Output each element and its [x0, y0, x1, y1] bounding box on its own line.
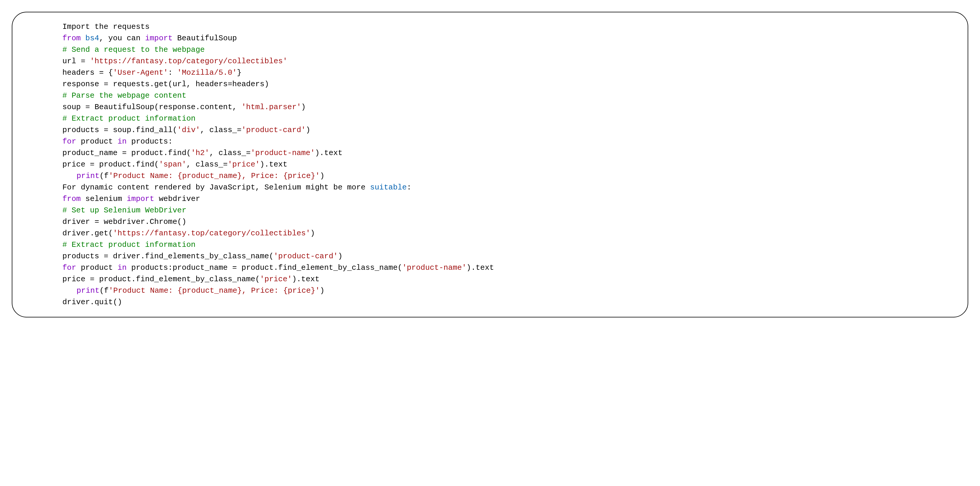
comment: # Parse the webpage content: [62, 91, 186, 100]
code-text: price = product.find_element_by_class_na…: [62, 275, 260, 284]
code-text: (f: [99, 286, 108, 295]
code-text: driver.get(: [62, 229, 113, 238]
code-text: suitable: [370, 183, 407, 192]
code-line: price = product.find('span', class_='pri…: [62, 159, 953, 170]
code-text: product: [76, 263, 118, 272]
string-literal: 'https://fantasy.top/category/collectibl…: [113, 229, 310, 238]
comment: # Send a request to the webpage: [62, 45, 205, 54]
string-literal: 'product-name': [251, 149, 315, 157]
code-text: , class_=: [209, 149, 250, 157]
keyword-for: for: [62, 263, 76, 272]
keyword-in: in: [118, 137, 127, 146]
code-text: ).text: [292, 275, 320, 284]
code-text: ): [306, 125, 310, 135]
code-text: ).text: [315, 149, 342, 157]
code-text: ): [320, 172, 325, 180]
code-text: products:: [127, 137, 172, 146]
string-literal: 'html.parser': [242, 103, 301, 111]
code-text: Import the requests: [62, 22, 150, 31]
string-literal: 'div': [177, 125, 200, 135]
code-line: print(f'Product Name: {product_name}, Pr…: [62, 285, 953, 297]
string-literal: 'price': [228, 160, 260, 169]
code-line: products = driver.find_elements_by_class…: [62, 251, 953, 262]
string-literal: 'span': [159, 160, 186, 169]
keyword-import: import: [145, 34, 173, 43]
code-text: :: [168, 68, 177, 77]
string-literal: 'product-card': [274, 252, 338, 260]
code-text: headers = {: [62, 68, 113, 77]
code-text: ): [320, 286, 325, 295]
string-literal: 'Mozilla/5.0': [177, 68, 237, 77]
comment: # Extract product information: [62, 240, 196, 249]
code-text: ): [338, 252, 342, 260]
code-text: price = product.find(: [62, 160, 159, 169]
code-line: price = product.find_element_by_class_na…: [62, 273, 953, 285]
code-text: webdriver: [154, 194, 200, 203]
code-text: product_name = product.find(: [62, 149, 191, 157]
code-line: driver.get('https://fantasy.top/category…: [62, 228, 953, 239]
string-literal: 'h2': [191, 149, 209, 157]
string-literal: 'price': [260, 275, 292, 284]
function-print: print: [76, 286, 99, 295]
code-text: (f: [99, 172, 108, 180]
code-line: for product in products:product_name = p…: [62, 262, 953, 273]
code-text: response = requests.get(url, headers=hea…: [62, 80, 269, 89]
code-text: driver.quit(): [62, 298, 122, 307]
keyword-for: for: [62, 137, 76, 146]
code-line: from selenium import webdriver: [62, 193, 953, 205]
string-literal: 'product-card': [242, 125, 306, 135]
code-line: headers = {'User-Agent': 'Mozilla/5.0'}: [62, 67, 953, 79]
code-line: # Send a request to the webpage: [62, 44, 953, 56]
comment: # Extract product information: [62, 114, 196, 123]
code-text: soup = BeautifulSoup(response.content,: [62, 103, 242, 111]
code-text: , you can: [99, 34, 145, 43]
code-line: # Set up Selenium WebDriver: [62, 205, 953, 216]
code-line: soup = BeautifulSoup(response.content, '…: [62, 102, 953, 113]
code-line: from bs4, you can import BeautifulSoup: [62, 33, 953, 44]
code-line: Import the requests: [62, 21, 953, 33]
code-block: Import the requests from bs4, you can im…: [12, 12, 968, 318]
code-text: BeautifulSoup: [173, 34, 237, 43]
keyword-import: import: [127, 194, 154, 203]
code-text: , class_=: [200, 125, 241, 135]
code-text: selenium: [81, 194, 127, 203]
code-text: ).text: [260, 160, 288, 169]
code-text: products:product_name = product.find_ele…: [127, 263, 402, 272]
code-line: driver.quit(): [62, 297, 953, 308]
string-literal: 'Product Name: {product_name}, Price: {p…: [108, 172, 320, 180]
code-text: product: [76, 137, 118, 146]
code-line: For dynamic content rendered by JavaScri…: [62, 182, 953, 193]
code-text: , class_=: [186, 160, 228, 169]
code-text: ): [301, 103, 306, 111]
code-text: :: [407, 183, 411, 192]
code-line: # Parse the webpage content: [62, 90, 953, 102]
code-line: response = requests.get(url, headers=hea…: [62, 79, 953, 90]
code-text: For dynamic content rendered by JavaScri…: [62, 183, 370, 192]
keyword-in: in: [118, 263, 127, 272]
string-literal: 'https://fantasy.top/category/collectibl…: [90, 57, 288, 66]
string-literal: 'Product Name: {product_name}, Price: {p…: [108, 286, 320, 295]
code-line: for product in products:: [62, 136, 953, 148]
code-line: products = soup.find_all('div', class_='…: [62, 124, 953, 136]
code-text: ).text: [466, 263, 494, 272]
code-text: products = soup.find_all(: [62, 125, 177, 135]
code-line: # Extract product information: [62, 113, 953, 124]
code-line: # Extract product information: [62, 239, 953, 251]
function-print: print: [76, 172, 99, 180]
code-text: }: [237, 68, 242, 77]
code-line: print(f'Product Name: {product_name}, Pr…: [62, 170, 953, 182]
code-line: driver = webdriver.Chrome(): [62, 216, 953, 228]
code-line: product_name = product.find('h2', class_…: [62, 148, 953, 159]
keyword-from: from: [62, 34, 81, 43]
keyword-from: from: [62, 194, 81, 203]
code-text: products = driver.find_elements_by_class…: [62, 252, 274, 260]
string-literal: 'User-Agent': [113, 68, 168, 77]
comment: # Set up Selenium WebDriver: [62, 206, 186, 215]
string-literal: 'product-name': [402, 263, 466, 272]
code-text: url =: [62, 57, 90, 66]
code-text: ): [310, 229, 315, 238]
module-bs4: bs4: [81, 34, 99, 43]
code-line: url = 'https://fantasy.top/category/coll…: [62, 56, 953, 67]
code-text: driver = webdriver.Chrome(): [62, 218, 186, 226]
